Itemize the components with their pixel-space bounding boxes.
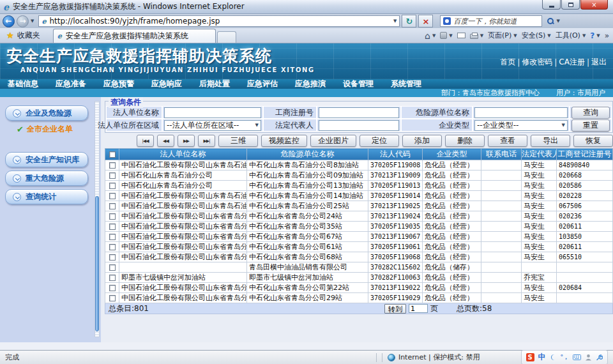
search-icon[interactable] — [547, 17, 554, 25]
row-checkbox[interactable] — [109, 295, 116, 301]
row-checkbox[interactable] — [109, 275, 116, 281]
table-cell: 370282F110063 — [368, 273, 423, 283]
next-page-button[interactable]: ▶▶ — [178, 135, 195, 147]
menu-item[interactable]: 后期处置 — [199, 79, 230, 89]
menu-item[interactable]: 应急响应 — [151, 79, 182, 89]
address-bar[interactable]: e http://localhost:90/yjzh/frame/homepag… — [38, 15, 400, 27]
header-link[interactable]: 退出 — [591, 57, 607, 68]
address-dropdown-icon[interactable]: ▼ — [393, 19, 397, 24]
legal-representative-input[interactable] — [319, 120, 399, 131]
tools-menu[interactable]: 工具(O)▼ — [556, 31, 586, 40]
table-cell: 065510 — [557, 252, 613, 262]
table-cell — [557, 262, 613, 273]
row-checkbox[interactable] — [109, 213, 116, 220]
hazard-unit-name-input[interactable] — [474, 107, 568, 118]
print-button[interactable]: ▼ — [470, 33, 483, 39]
maximize-button[interactable] — [561, 0, 580, 10]
new-tab-button[interactable] — [217, 31, 236, 43]
header-link[interactable]: 修改密码 — [522, 57, 552, 68]
help-menu[interactable]: ?▼ — [590, 31, 600, 40]
row-checkbox[interactable] — [109, 224, 116, 230]
favorites-button[interactable]: ★ 收藏夹 — [3, 28, 44, 43]
restore-button[interactable]: 恢复 — [573, 135, 613, 147]
first-page-button[interactable]: |◀◀ — [137, 135, 154, 147]
search-button[interactable]: 查询 — [571, 107, 610, 119]
wrench-icon[interactable] — [596, 354, 603, 361]
table-cell — [557, 273, 613, 283]
menu-item[interactable]: 基础信息 — [8, 79, 38, 89]
row-checkbox[interactable] — [109, 264, 116, 271]
close-button[interactable]: × — [580, 0, 608, 10]
goto-page-button[interactable]: 转到 — [384, 304, 406, 314]
keyboard-icon[interactable] — [573, 354, 581, 360]
menu-item[interactable]: 系统管理 — [391, 79, 421, 89]
prev-page-button[interactable]: ◀◀ — [157, 135, 174, 147]
back-button[interactable]: ← — [3, 15, 15, 27]
sidebar-item-label: 全市企业名单 — [27, 124, 73, 135]
moon-icon[interactable] — [550, 354, 557, 361]
region-select[interactable]: --法人单位所在区域--▼ — [164, 120, 261, 131]
row-checkbox[interactable] — [109, 172, 116, 179]
row-checkbox[interactable] — [109, 244, 116, 250]
business-reg-no-input[interactable] — [319, 107, 399, 118]
table-cell: 020668 — [557, 171, 613, 181]
menu-item[interactable]: 应急预警 — [103, 79, 134, 89]
history-dropdown-icon[interactable]: ▼ — [31, 19, 34, 24]
search-dropdown-icon[interactable]: ▼ — [556, 19, 559, 24]
minimize-button[interactable] — [542, 0, 561, 10]
table-cell — [481, 242, 522, 252]
feed-button[interactable]: ▼ — [440, 32, 452, 39]
menu-item[interactable]: 应急推演 — [295, 79, 326, 89]
menu-item[interactable]: 应急评估 — [247, 79, 278, 89]
page-number-input[interactable] — [409, 304, 428, 313]
row-checkbox[interactable] — [109, 285, 116, 291]
sidebar-item-query-statistics[interactable]: 查询统计 — [5, 189, 88, 204]
person-icon[interactable] — [585, 354, 592, 361]
forward-button[interactable]: → — [17, 15, 29, 27]
reset-button[interactable]: 重置 — [571, 119, 610, 132]
locate-button[interactable]: 定位 — [359, 135, 399, 147]
header-link[interactable]: CA注册 — [559, 57, 585, 68]
table-cell: 020586 — [557, 181, 613, 191]
toolbar-overflow-button[interactable]: » — [605, 31, 609, 40]
table-cell: 危化品（经营） — [423, 160, 481, 171]
sidebar-item-city-enterprise-list[interactable]: ✔全市企业名单 — [17, 124, 101, 135]
row-checkbox[interactable] — [109, 162, 116, 169]
video-monitor-button[interactable]: 视频监控 — [261, 135, 307, 147]
select-all-checkbox[interactable] — [109, 151, 116, 158]
row-checkbox[interactable] — [109, 234, 116, 240]
header-link[interactable]: 首页 — [500, 57, 515, 68]
home-button[interactable]: ⌂▼ — [425, 31, 435, 41]
read-mail-button[interactable] — [457, 33, 465, 38]
row-checkbox[interactable] — [109, 193, 116, 199]
punctuation-icon[interactable]: °， — [561, 353, 570, 361]
export-button[interactable]: 导出 — [531, 135, 570, 147]
row-checkbox[interactable] — [109, 254, 116, 261]
sidebar-item-enterprise-and-hazard[interactable]: 企业及危险源 — [5, 105, 88, 121]
row-checkbox[interactable] — [109, 183, 116, 189]
delete-button[interactable]: 删除 — [445, 135, 485, 147]
enterprise-photo-button[interactable]: 企业图片 — [310, 135, 356, 147]
view-button[interactable]: 查看 — [488, 135, 527, 147]
search-input[interactable]: 百度一下，你就知道 — [440, 15, 542, 27]
chinese-mode-icon[interactable]: 中 — [538, 352, 546, 363]
menu-item[interactable]: 应急准备 — [56, 79, 86, 89]
sidebar-item-safety-knowledge-base[interactable]: 安全生产知识库 — [5, 152, 88, 167]
add-button[interactable]: 添加 — [402, 135, 442, 147]
stop-button[interactable]: × — [418, 15, 433, 27]
check-icon: ✔ — [17, 125, 24, 134]
sogou-logo-icon[interactable]: S — [526, 353, 534, 361]
safety-menu[interactable]: 安全(S)▼ — [522, 31, 551, 40]
view-3d-button[interactable]: 三维 — [218, 135, 258, 147]
active-tab[interactable]: e 安全生产应急救援指挥辅助决策系统 — [53, 29, 216, 43]
legal-unit-name-input[interactable] — [164, 107, 261, 118]
last-page-button[interactable]: ▶▶| — [198, 135, 215, 147]
sidebar-scrollbar-thumb[interactable] — [95, 196, 99, 331]
row-checkbox[interactable] — [109, 203, 116, 209]
sidebar-item-major-hazard[interactable]: 重大危险源 — [5, 171, 88, 186]
sidebar-scrollbar[interactable] — [95, 101, 100, 337]
refresh-button[interactable]: ↻ — [402, 15, 416, 27]
menu-item[interactable]: 设备管理 — [343, 79, 374, 89]
page-menu[interactable]: 页面(P)▼ — [488, 31, 517, 40]
enterprise-type-select[interactable]: --企业类型--▼ — [474, 120, 568, 131]
